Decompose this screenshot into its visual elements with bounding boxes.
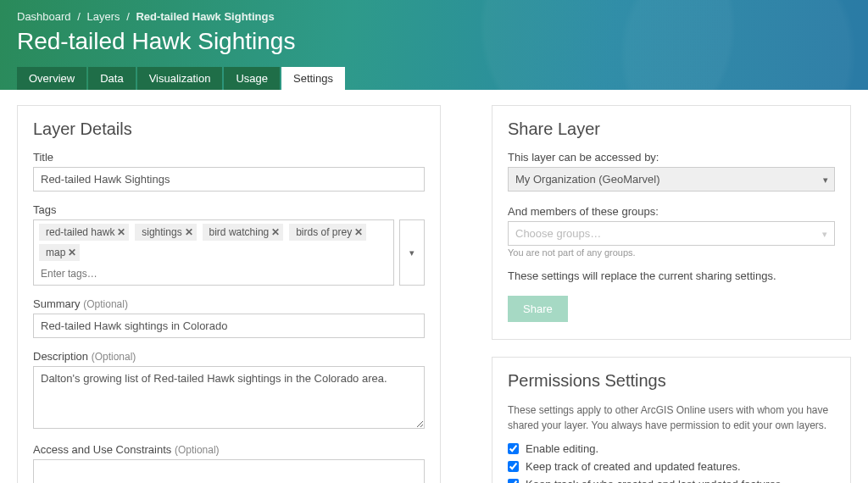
tab-data[interactable]: Data	[88, 67, 135, 90]
tag-remove-icon[interactable]: ✕	[185, 226, 193, 238]
tab-usage[interactable]: Usage	[224, 67, 280, 90]
panel-title-share: Share Layer	[508, 119, 835, 139]
tag-item: bird watching✕	[203, 224, 284, 241]
tab-settings[interactable]: Settings	[281, 67, 345, 90]
permission-label: Keep track of who created and last updat…	[526, 477, 784, 483]
track-who-checkbox[interactable]	[508, 479, 519, 483]
track-created-updated-checkbox[interactable]	[508, 461, 519, 472]
breadcrumb-link-layers[interactable]: Layers	[86, 10, 120, 23]
share-button[interactable]: Share	[508, 296, 568, 322]
access-label: This layer can be accessed by:	[508, 151, 835, 164]
tag-item: red-tailed hawk✕	[39, 224, 129, 241]
layer-details-panel: Layer Details Title Tags red-tailed hawk…	[17, 105, 441, 483]
groups-label: And members of these groups:	[508, 205, 835, 218]
tags-editor[interactable]: red-tailed hawk✕ sightings✕ bird watchin…	[33, 219, 394, 286]
summary-label: Summary (Optional)	[33, 297, 425, 310]
share-panel: Share Layer This layer can be accessed b…	[492, 105, 851, 340]
panel-title-permissions: Permissions Settings	[508, 371, 835, 391]
description-textarea[interactable]	[33, 366, 425, 429]
share-note: These settings will replace the current …	[508, 269, 835, 282]
description-label: Description (Optional)	[33, 350, 425, 363]
tab-overview[interactable]: Overview	[17, 67, 86, 90]
tags-dropdown-button[interactable]: ▾	[399, 219, 425, 286]
groups-hint: You are not part of any groups.	[508, 247, 835, 258]
panel-title-details: Layer Details	[33, 119, 425, 139]
access-select[interactable]: My Organization (GeoMarvel)	[508, 167, 835, 192]
constraints-label: Access and Use Constraints (Optional)	[33, 443, 425, 456]
tag-remove-icon[interactable]: ✕	[271, 226, 280, 238]
title-input[interactable]	[33, 167, 425, 192]
tab-visualization[interactable]: Visualization	[137, 67, 223, 90]
enable-editing-checkbox[interactable]	[508, 443, 519, 454]
groups-select: Choose groups… ▾	[508, 221, 835, 246]
tag-remove-icon[interactable]: ✕	[68, 247, 76, 258]
permissions-panel: Permissions Settings These settings appl…	[492, 357, 851, 483]
tag-remove-icon[interactable]: ✕	[354, 226, 363, 238]
tags-input[interactable]	[39, 264, 388, 285]
permission-label: Keep track of created and updated featur…	[526, 459, 741, 475]
tabs: Overview Data Visualization Usage Settin…	[17, 67, 851, 90]
tag-item: sightings✕	[135, 224, 196, 241]
tag-item: map✕	[39, 244, 80, 261]
page-title: Red-tailed Hawk Sightings	[17, 28, 851, 55]
chevron-down-icon: ▾	[822, 228, 827, 239]
permission-row: Keep track of created and updated featur…	[508, 459, 835, 475]
summary-input[interactable]	[33, 314, 425, 338]
tag-remove-icon[interactable]: ✕	[117, 226, 125, 238]
permission-row: Enable editing.	[508, 441, 835, 457]
title-label: Title	[33, 151, 425, 164]
tags-label: Tags	[33, 203, 425, 216]
breadcrumb-link-dashboard[interactable]: Dashboard	[17, 10, 71, 23]
breadcrumb-current: Red-tailed Hawk Sightings	[136, 10, 274, 23]
permission-label: Enable editing.	[526, 441, 598, 457]
permissions-intro: These settings apply to other ArcGIS Onl…	[508, 402, 835, 433]
constraints-input[interactable]	[33, 459, 425, 483]
breadcrumb: Dashboard / Layers / Red-tailed Hawk Sig…	[17, 10, 851, 23]
permission-row: Keep track of who created and last updat…	[508, 477, 835, 483]
chevron-down-icon: ▾	[409, 247, 415, 258]
tag-item: birds of prey✕	[289, 224, 366, 241]
